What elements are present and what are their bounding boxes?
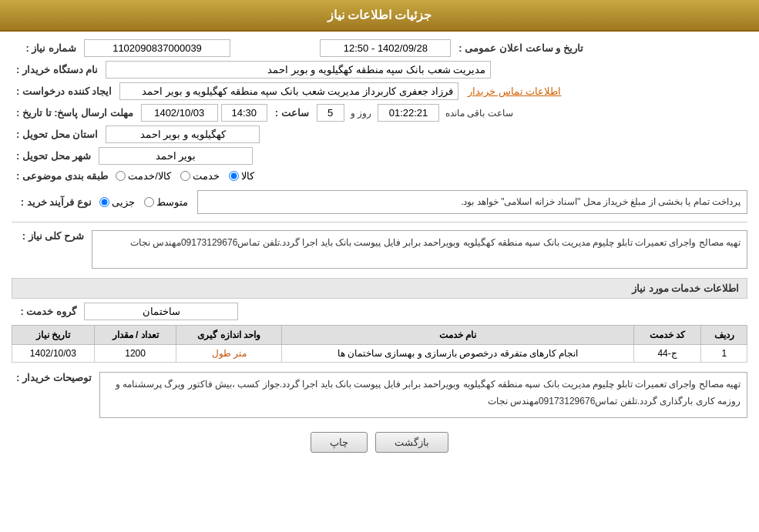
farayand-radio-group: متوسط جزیی xyxy=(99,196,188,208)
roz-value: 5 xyxy=(317,104,344,122)
gorohe-label: گروه خدمت : xyxy=(12,304,81,319)
remain-value: 01:22:21 xyxy=(378,104,439,122)
remain-label: ساعت باقی مانده xyxy=(442,108,516,119)
nam-dasgah-label: نام دستگاه خریدار : xyxy=(12,62,102,77)
roz-label: روز و xyxy=(348,108,374,119)
tabaqe-kala-khedmat: کالا/خدمت xyxy=(116,170,171,182)
farayand-label: نوع فرآیند خرید : xyxy=(12,195,96,209)
sharh-value: تهیه مصالح واجرای تعمیرات تابلو چلیوم مد… xyxy=(92,230,747,269)
tabaqe-khedmat-label: خدمت xyxy=(193,170,220,182)
button-row: بازگشت چاپ xyxy=(12,432,747,463)
tabaqe-khedmat-radio[interactable] xyxy=(180,171,190,181)
tabaqe-kala-label: کالا xyxy=(241,170,254,182)
row-shahr: بویر احمد شهر محل تحویل : xyxy=(12,147,747,165)
row-tosif: تهیه مصالح واجرای تعمیرات تابلو چلیوم مد… xyxy=(12,369,747,421)
col-radif: ردیف xyxy=(701,326,747,345)
col-tedad: تعداد / مقدار xyxy=(94,326,176,345)
page-wrapper: جزئیات اطلاعات نیاز تاریخ و ساعت اعلان ع… xyxy=(0,0,759,532)
print-button[interactable]: چاپ xyxy=(311,432,368,453)
divider1 xyxy=(12,222,747,223)
nam-dasgah-value: مدیریت شعب بانک سپه منطقه کهگیلویه و بوی… xyxy=(106,61,491,79)
services-table: ردیف کد خدمت نام خدمت واحد اندازه گیری ت… xyxy=(12,325,747,363)
table-cell: 1 xyxy=(701,345,747,363)
ijad-value: فرزاد جعفری کاربرداز مدیریت شعب بانک سپه… xyxy=(119,82,458,100)
row-ijad: اطلاعات تماس خریدار فرزاد جعفری کاربرداز… xyxy=(12,82,747,100)
table-header-row: ردیف کد خدمت نام خدمت واحد اندازه گیری ت… xyxy=(12,326,747,345)
farayand-motavasset: متوسط xyxy=(144,196,188,208)
farayand-jozi-label: جزیی xyxy=(112,196,135,208)
tosif-value: تهیه مصالح واجرای تعمیرات تابلو چلیوم مد… xyxy=(99,372,747,418)
table-cell: ج-44 xyxy=(633,345,701,363)
back-button[interactable]: بازگشت xyxy=(375,432,448,453)
shomare-niaz-value: 1102090837000039 xyxy=(84,39,230,57)
tabaqe-radio-group: کالا/خدمت خدمت کالا xyxy=(116,170,254,182)
row-sharh: تهیه مصالح واجرای تعمیرات تابلو چلیوم مد… xyxy=(12,227,747,272)
tabaqe-kala: کالا xyxy=(229,170,254,182)
table-row: 1ج-44انجام کارهای متفرقه درخصوص بازسازی … xyxy=(12,345,747,363)
page-title: جزئیات اطلاعات نیاز xyxy=(327,8,432,22)
col-nam: نام خدمت xyxy=(282,326,634,345)
tabaqe-kala-radio[interactable] xyxy=(229,171,239,181)
ostan-value: کهگیلویه و بویر احمد xyxy=(106,125,260,143)
table-cell: متر طول xyxy=(176,345,282,363)
mohlat-label: مهلت ارسال پاسخ: تا تاریخ : xyxy=(12,105,138,120)
shahr-value: بویر احمد xyxy=(99,147,253,165)
saat-label: ساعت : xyxy=(270,105,314,120)
page-header: جزئیات اطلاعات نیاز xyxy=(0,0,759,32)
khadamat-section-title: اطلاعات خدمات مورد نیاز xyxy=(12,278,747,299)
tosif-label: توصیحات خریدار : xyxy=(12,369,96,385)
farayand-motavasset-label: متوسط xyxy=(156,196,188,208)
shahr-label: شهر محل تحویل : xyxy=(12,149,96,163)
tarikhe-alan-label: تاریخ و ساعت اعلان عمومی : xyxy=(454,41,587,55)
ijad-link[interactable]: اطلاعات تماس خریدار xyxy=(468,85,561,97)
saat-value: 14:30 xyxy=(221,104,267,122)
ijad-label: ایجاد کننده درخواست : xyxy=(12,84,116,99)
tabaqe-label: طبقه بندی موضوعی : xyxy=(12,169,113,183)
tabaqe-kala-khedmat-label: کالا/خدمت xyxy=(128,170,171,182)
table-cell: 1200 xyxy=(94,345,176,363)
tabaqe-kala-khedmat-radio[interactable] xyxy=(116,171,126,181)
row-farayand: پرداخت تمام یا بخشی از مبلغ خریداز محل "… xyxy=(12,187,747,217)
row-mohlat: ساعت باقی مانده 01:22:21 روز و 5 ساعت : … xyxy=(12,104,747,122)
row-ostan: کهگیلویه و بویر احمد استان محل تحویل : xyxy=(12,125,747,143)
gorohe-value: ساختمان xyxy=(84,303,238,320)
ostan-label: استان محل تحویل : xyxy=(12,127,102,142)
row-shomara: تاریخ و ساعت اعلان عمومی : 1402/09/28 - … xyxy=(12,39,747,57)
col-vahed: واحد اندازه گیری xyxy=(176,326,282,345)
row-tabaqe: کالا/خدمت خدمت کالا طبقه بندی موضوعی : xyxy=(12,169,747,183)
col-kod: کد خدمت xyxy=(633,326,701,345)
farayand-motavasset-radio[interactable] xyxy=(144,197,154,207)
col-tarikh: تاریخ نیاز xyxy=(12,326,95,345)
row-nam-dasgah: مدیریت شعب بانک سپه منطقه کهگیلویه و بوی… xyxy=(12,61,747,79)
table-cell: انجام کارهای متفرقه درخصوص بازسازی و بهس… xyxy=(282,345,634,363)
farayand-jozi-radio[interactable] xyxy=(99,197,109,207)
table-cell: 1402/10/03 xyxy=(12,345,95,363)
shomare-niaz-label: شماره نیاز : xyxy=(12,41,81,55)
mohlat-date-value: 1402/10/03 xyxy=(141,104,218,122)
tabaqe-khedmat: خدمت xyxy=(180,170,220,182)
farayand-jozi: جزیی xyxy=(99,196,135,208)
tarikhe-alan-value: 1402/09/28 - 12:50 xyxy=(320,39,451,57)
sharh-label: شرح کلی نیاز : xyxy=(12,227,89,243)
row-gorohe: ساختمان گروه خدمت : xyxy=(12,303,747,320)
farayand-note: پرداخت تمام یا بخشی از مبلغ خریداز محل "… xyxy=(197,190,747,214)
content-area: تاریخ و ساعت اعلان عمومی : 1402/09/28 - … xyxy=(0,32,759,471)
